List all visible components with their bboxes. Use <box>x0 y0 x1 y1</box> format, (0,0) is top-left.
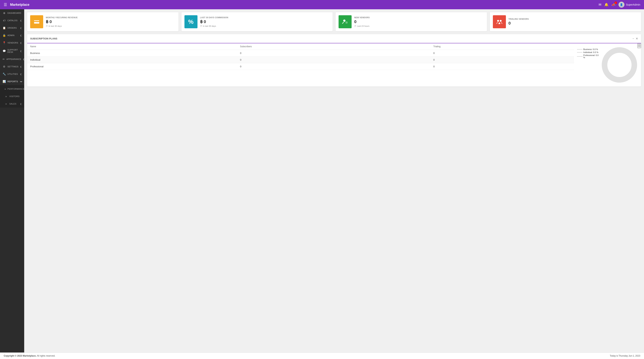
stat-card-new-vendors: NEW VENDORS 0 ⏱ Last 24 hours <box>336 12 487 31</box>
mrr-value: ฿ 0 <box>46 19 78 24</box>
sidebar-item-admin[interactable]: 🔒 ADMIN ❮ <box>0 32 24 39</box>
stat-card-trialing: TRIALING VENDORS 0 <box>490 12 641 31</box>
sidebar-item-catalog[interactable]: 🏷 CATALOG ❮ <box>0 17 24 24</box>
bell-icon[interactable]: 🔔 <box>604 2 608 7</box>
sidebar-label-vendors: VENDORS <box>8 42 18 44</box>
catalog-icon: 🏷 <box>2 19 6 22</box>
clock-icon-3: ⏱ <box>354 25 356 27</box>
sidebar: ⊕ DASHBOARD 🏷 CATALOG ❮ 📋 ORDERS ❮ 🔒 ADM… <box>0 9 24 353</box>
col-subscribers: Subscribers <box>237 43 430 50</box>
col-trialing: Trialing <box>430 43 574 50</box>
sidebar-item-settings[interactable]: ⚙ SETTINGS ❮ <box>0 63 24 70</box>
commission-label: LAST 30 DAYS COMMISSION <box>200 16 228 18</box>
sidebar-item-visitors[interactable]: » VISITORS <box>0 93 24 100</box>
legend-line-business <box>577 49 582 49</box>
settings-chevron: ❮ <box>20 66 22 68</box>
panel-header: SUBSCRIPTION PLANS − ✕ <box>27 34 641 43</box>
utilities-icon: 🔧 <box>2 72 6 75</box>
hamburger-icon[interactable]: ☰ <box>4 2 7 7</box>
row-individual-name: Individual <box>27 56 237 63</box>
user-name: SuperAdmin <box>626 3 640 6</box>
sidebar-label-visitors: VISITORS <box>9 95 20 97</box>
minimize-button[interactable]: − <box>632 37 634 40</box>
performance-icon: » <box>4 87 6 90</box>
sidebar-item-support-desk[interactable]: 💬 SUPPORT DESK ❮ <box>0 46 24 55</box>
subscription-plans-panel: SUBSCRIPTION PLANS − ✕ Name Subscribers … <box>27 34 641 86</box>
mail-icon[interactable]: ✉ <box>598 2 602 7</box>
svg-point-7 <box>604 50 634 80</box>
stat-card-mrr: MONTHLY RECURING REVENUE ฿ 0 ⏱ In last 3… <box>27 12 178 31</box>
donut-chart <box>601 46 638 83</box>
header: ☰ Marketplace ✉ 🔔 📣 1 👤 SuperAdmin <box>0 0 644 9</box>
settings-icon: ⚙ <box>2 65 6 68</box>
legend-label-professional: Professional: 0.0 % <box>583 54 601 59</box>
row-business-trialing: 0 <box>430 50 574 56</box>
commission-icon: % <box>184 15 198 28</box>
footer-copyright: Copyright © 2023 Marketplace. All rights… <box>4 355 55 357</box>
svg-point-5 <box>497 20 499 22</box>
admin-chevron: ❮ <box>20 34 22 36</box>
sidebar-item-performance[interactable]: » PERFORMANCE <box>0 85 24 93</box>
sidebar-item-appearance[interactable]: ✏ APPEARANCE ❮ <box>0 55 24 63</box>
sidebar-label-support: SUPPORT DESK <box>8 49 18 53</box>
orders-icon: 📋 <box>2 26 6 29</box>
sidebar-label-admin: ADMIN <box>8 34 14 36</box>
col-name: Name <box>27 43 237 50</box>
main-content: MONTHLY RECURING REVENUE ฿ 0 ⏱ In last 3… <box>24 9 644 353</box>
vendors-icon: 📍 <box>2 41 6 44</box>
panel-controls: − ✕ <box>632 37 638 40</box>
new-vendors-icon <box>338 15 352 28</box>
sidebar-item-dashboard[interactable]: ⊕ DASHBOARD <box>0 9 24 17</box>
close-button[interactable]: ✕ <box>636 37 638 40</box>
notification-badge: 1 <box>614 1 617 4</box>
svg-rect-2 <box>35 22 36 23</box>
sidebar-label-appearance: APPEARANCE <box>6 58 22 60</box>
sidebar-item-sales[interactable]: » SALES ❮ <box>0 100 24 107</box>
avatar: 👤 <box>618 2 624 8</box>
clock-icon-2: ⏱ <box>200 25 202 27</box>
sidebar-label-reports: REPORTS <box>8 80 18 83</box>
table-row: Professional 0 0 <box>27 63 574 70</box>
legend-line-individual <box>577 52 582 52</box>
reports-icon: 📊 <box>2 80 6 83</box>
app-title: Marketplace <box>10 3 30 7</box>
table-row: Individual 0 0 <box>27 56 574 63</box>
panel-body: Name Subscribers Trialing Business 0 0 <box>27 43 641 86</box>
admin-icon: 🔒 <box>2 34 6 37</box>
mrr-label: MONTHLY RECURING REVENUE <box>46 16 78 18</box>
support-chevron: ❮ <box>20 50 22 52</box>
mrr-info: MONTHLY RECURING REVENUE ฿ 0 ⏱ In last 3… <box>46 16 78 27</box>
svg-point-3 <box>343 19 346 22</box>
sidebar-item-vendors[interactable]: 📍 VENDORS ❮ <box>0 39 24 46</box>
sidebar-item-utilities[interactable]: 🔧 UTILITIES ❮ <box>0 70 24 78</box>
stats-row: MONTHLY RECURING REVENUE ฿ 0 ⏱ In last 3… <box>27 12 641 31</box>
new-vendors-info: NEW VENDORS 0 ⏱ Last 24 hours <box>354 16 370 27</box>
footer: Copyright © 2023 Marketplace. All rights… <box>0 353 644 359</box>
appearance-icon: ✏ <box>2 58 5 61</box>
sidebar-label-settings: SETTINGS <box>8 65 18 68</box>
stat-card-commission: % LAST 30 DAYS COMMISSION ฿ 0 ⏱ In last … <box>182 12 333 31</box>
legend-label-business: Business: 0.0 % <box>583 48 598 50</box>
row-individual-subscribers: 0 <box>237 56 430 63</box>
megaphone-icon[interactable]: 📣 1 <box>612 2 616 7</box>
row-professional-trialing: 0 <box>430 63 574 70</box>
trialing-value: 0 <box>508 21 529 26</box>
commission-value: ฿ 0 <box>200 19 228 24</box>
table-row: Business 0 0 <box>27 50 574 56</box>
svg-point-6 <box>500 20 502 22</box>
trialing-label: TRIALING VENDORS <box>508 18 529 20</box>
clock-icon: ⏱ <box>46 25 48 27</box>
legend-label-individual: Individual: 0.0 % <box>583 51 598 53</box>
sidebar-label-performance: PERFORMANCE <box>8 88 24 90</box>
row-business-name: Business <box>27 50 237 56</box>
sidebar-item-reports[interactable]: 📊 REPORTS ❮ <box>0 78 24 85</box>
dashboard-icon: ⊕ <box>2 11 6 14</box>
sidebar-item-orders[interactable]: 📋 ORDERS ❮ <box>0 24 24 32</box>
header-left: ☰ Marketplace <box>4 2 30 7</box>
user-menu[interactable]: 👤 SuperAdmin <box>618 2 640 8</box>
catalog-chevron: ❮ <box>20 19 22 21</box>
trialing-info: TRIALING VENDORS 0 <box>508 18 529 26</box>
sidebar-label-utilities: UTILITIES <box>8 73 18 75</box>
copyright-brand: Copyright © 2023 Marketplace. <box>4 355 36 357</box>
panel-title: SUBSCRIPTION PLANS <box>30 37 57 40</box>
